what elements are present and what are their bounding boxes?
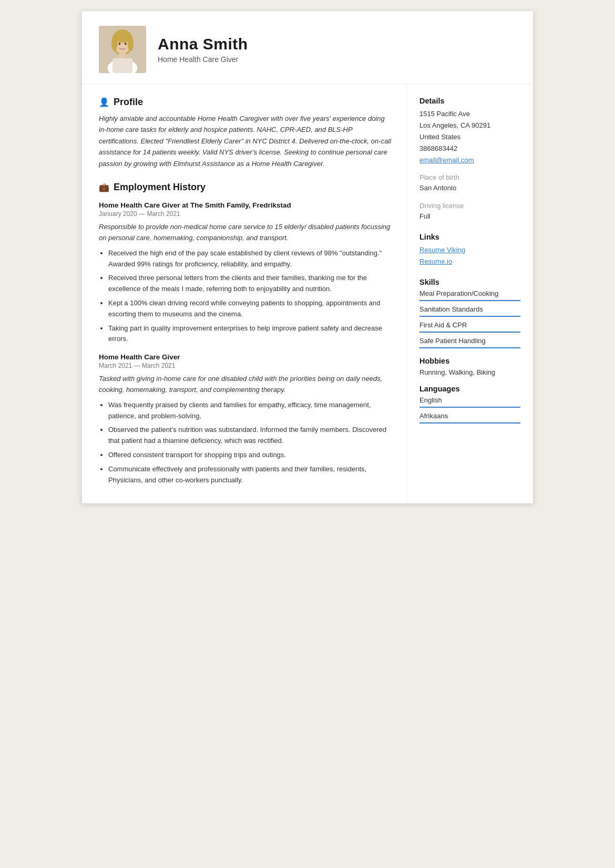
job-title-1: Home Health Care Giver at The Smith Fami… <box>99 201 392 209</box>
link-resume-viking[interactable]: Resume Viking <box>419 244 520 256</box>
driving-license-label: Driving license <box>419 202 520 210</box>
job-title-2: Home Health Care Giver <box>99 353 392 361</box>
bullet-item: Received the high end of the pay scale e… <box>108 248 392 270</box>
address-line1: 1515 Pacific Ave <box>419 108 520 120</box>
resume-container: Anna Smith Home Health Care Giver 👤 Prof… <box>81 11 534 504</box>
svg-rect-9 <box>112 58 132 73</box>
skill-item: First Aid & CPR <box>419 321 520 333</box>
svg-point-6 <box>127 37 133 51</box>
hobbies-section-title: Hobbies <box>419 357 520 365</box>
details-section-title: Details <box>419 97 520 105</box>
address-line2: Los Angeles, CA 90291 <box>419 120 520 131</box>
left-column: 👤 Profile Highly amiable and accountable… <box>82 84 407 503</box>
bullet-item: Was frequently praised by clients and fa… <box>108 400 392 422</box>
skills-section-title: Skills <box>419 278 520 286</box>
right-column: Details 1515 Pacific Ave Los Angeles, CA… <box>407 84 533 503</box>
hobbies-text: Running, Walking, Biking <box>419 368 520 376</box>
place-of-birth-value: San Antonio <box>419 182 520 194</box>
resume-header: Anna Smith Home Health Care Giver <box>82 11 533 84</box>
skill-item: Safe Patient Handling <box>419 337 520 348</box>
body-layout: 👤 Profile Highly amiable and accountable… <box>82 84 533 503</box>
email-link[interactable]: email@email.com <box>419 154 520 166</box>
profile-section-title: 👤 Profile <box>99 97 392 108</box>
bullet-item: Kept a 100% clean driving record while c… <box>108 298 392 320</box>
bullet-item: Offered consistent transport for shoppin… <box>108 450 392 461</box>
driving-license-value: Full <box>419 211 520 222</box>
bullet-item: Received three personal letters from the… <box>108 273 392 295</box>
header-text-block: Anna Smith Home Health Care Giver <box>158 35 248 64</box>
avatar <box>99 26 146 73</box>
job-desc-2: Tasked with giving in-home care for one … <box>99 374 392 396</box>
languages-section-title: Languages <box>419 385 520 393</box>
job-desc-1: Responsible to provide non-medical home … <box>99 222 392 244</box>
candidate-title: Home Health Care Giver <box>158 55 248 64</box>
place-of-birth-label: Place of birth <box>419 173 520 181</box>
country: United States <box>419 131 520 143</box>
skill-item: Sanitation Standards <box>419 305 520 317</box>
profile-icon: 👤 <box>99 97 109 108</box>
employment-section-title: 💼 Employment History <box>99 182 392 193</box>
job-bullets-2: Was frequently praised by clients and fa… <box>99 400 392 486</box>
link-resume-io[interactable]: Resume.io <box>419 256 520 267</box>
language-item: English <box>419 396 520 408</box>
svg-point-8 <box>125 43 127 45</box>
job-dates-2: March 2021 — March 2021 <box>99 362 392 369</box>
job-bullets-1: Received the high end of the pay scale e… <box>99 248 392 345</box>
bullet-item: Communicate effectively and professional… <box>108 464 392 486</box>
svg-point-7 <box>118 43 120 45</box>
bullet-item: Taking part in quality improvement enter… <box>108 323 392 345</box>
profile-text: Highly amiable and accountable Home Heal… <box>99 113 392 169</box>
phone: 3868683442 <box>419 143 520 154</box>
employment-icon: 💼 <box>99 182 109 193</box>
candidate-name: Anna Smith <box>158 35 248 53</box>
job-entry-1: Home Health Care Giver at The Smith Fami… <box>99 201 392 345</box>
language-item: Afrikaans <box>419 412 520 423</box>
bullet-item: Observed the patient's nutrition was sub… <box>108 425 392 447</box>
links-section-title: Links <box>419 233 520 241</box>
job-entry-2: Home Health Care Giver March 2021 — Marc… <box>99 353 392 485</box>
job-dates-1: January 2020 — March 2021 <box>99 210 392 218</box>
svg-point-5 <box>111 37 117 51</box>
skill-item: Meal Preparation/Cooking <box>419 290 520 301</box>
